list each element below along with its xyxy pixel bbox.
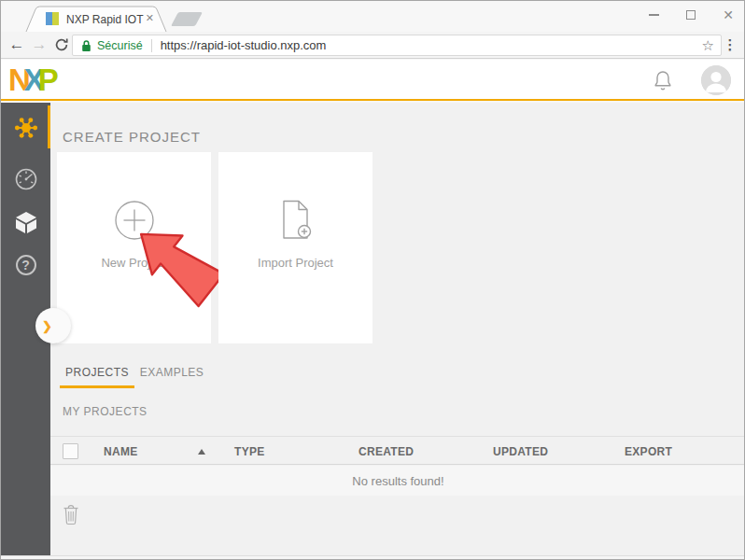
table-header-row: NAME TYPE CREATED UPDATED EXPORT [50, 436, 745, 465]
import-document-icon [279, 200, 313, 241]
sidebar-item-help[interactable]: ? [1, 255, 50, 275]
network-hub-icon [12, 114, 40, 142]
tab-close-icon[interactable]: ✕ [146, 12, 154, 24]
user-avatar[interactable] [701, 65, 731, 95]
new-project-card[interactable]: New Project [57, 152, 211, 343]
address-divider [151, 39, 152, 52]
tab-title: NXP Rapid IOT [66, 13, 143, 26]
app-header: NXP [1, 60, 744, 101]
empty-results-row: No results found! [50, 466, 745, 496]
refresh-icon[interactable] [51, 35, 72, 55]
minimize-icon [649, 14, 659, 16]
main-content: CREATE PROJECT New Project Import Projec… [50, 103, 745, 555]
url-text: https://rapid-iot-studio.nxp.com [161, 38, 327, 52]
sidebar-item-dashboard[interactable] [1, 167, 50, 191]
sidebar-item-packages[interactable] [1, 210, 50, 234]
person-icon [701, 65, 731, 95]
forward-icon[interactable]: → [29, 35, 49, 55]
chevron-right-icon: ❯ [42, 319, 52, 333]
tab-label: PROJECTS [65, 366, 129, 379]
browser-toolbar: ← → Sécurisé https://rapid-iot-studio.nx… [1, 32, 744, 59]
import-project-card[interactable]: Import Project [218, 152, 372, 343]
plus-circle-icon [114, 200, 155, 241]
nxp-favicon-icon [46, 12, 59, 25]
back-icon[interactable]: ← [7, 35, 27, 55]
maximize-button[interactable] [681, 6, 701, 24]
column-header-name[interactable]: NAME [104, 445, 138, 458]
secure-lock-icon [81, 39, 91, 52]
sidebar-expand-button[interactable]: ❯ [35, 308, 71, 343]
tab-strip: NXP Rapid IOT ✕ ✕ [1, 1, 744, 32]
refresh-glyph [54, 37, 69, 52]
trash-icon [63, 503, 79, 525]
security-label: Sécurisé [97, 39, 143, 52]
address-bar[interactable]: Sécurisé https://rapid-iot-studio.nxp.co… [72, 35, 722, 56]
bookmark-star-icon[interactable]: ☆ [702, 37, 714, 54]
card-label: Import Project [258, 256, 333, 270]
browser-window: NXP Rapid IOT ✕ ✕ ← → Sécurisé https:/ [0, 0, 745, 560]
horizontal-scrollbar[interactable] [1, 555, 744, 560]
browser-menu-icon[interactable]: ⋮ [721, 35, 739, 55]
column-header-updated[interactable]: UPDATED [493, 445, 548, 458]
bell-icon [653, 69, 673, 91]
maximize-icon [686, 10, 696, 20]
delete-button[interactable] [63, 503, 83, 527]
project-tabs: PROJECTS EXAMPLES [50, 357, 209, 388]
logo-letter-p: P [38, 63, 56, 97]
tab-projects[interactable]: PROJECTS [60, 357, 134, 388]
notifications-button[interactable] [653, 69, 675, 91]
tab-label: EXAMPLES [140, 366, 204, 379]
nxp-logo: NXP [8, 63, 56, 98]
gauge-icon [14, 167, 38, 191]
cube-icon [14, 210, 38, 234]
column-header-export[interactable]: EXPORT [625, 445, 672, 458]
column-header-type[interactable]: TYPE [234, 445, 265, 458]
empty-message: No results found! [352, 474, 443, 488]
sort-ascending-icon[interactable] [198, 449, 205, 455]
page-title: CREATE PROJECT [63, 129, 201, 145]
window-controls: ✕ [643, 5, 738, 25]
column-header-created[interactable]: CREATED [358, 445, 414, 458]
sidebar-item-projects[interactable] [1, 114, 50, 142]
card-label: New Project [101, 256, 166, 270]
close-button[interactable]: ✕ [718, 6, 738, 24]
select-all-checkbox[interactable] [63, 443, 78, 459]
section-label: MY PROJECTS [63, 405, 148, 418]
question-icon: ? [16, 255, 36, 275]
minimize-button[interactable] [643, 6, 664, 24]
tab-examples[interactable]: EXAMPLES [134, 357, 209, 388]
browser-tab[interactable]: NXP Rapid IOT ✕ [25, 6, 167, 32]
new-tab-button[interactable] [171, 12, 203, 26]
